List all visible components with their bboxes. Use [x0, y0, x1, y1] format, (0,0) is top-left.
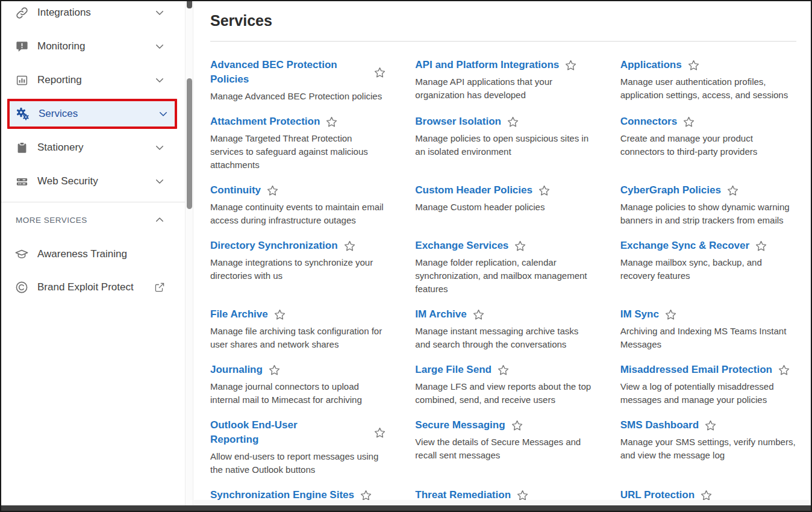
- sidebar-item-label: Integrations: [37, 7, 154, 19]
- favorite-star-icon[interactable]: [664, 308, 677, 321]
- sidebar-item-label: Awareness Training: [37, 248, 165, 260]
- sidebar-item-monitoring[interactable]: Monitoring: [1, 30, 193, 63]
- service-card-url-protection: URL ProtectionManage Targeted Threat Pro…: [620, 488, 796, 505]
- service-link-outlook-end-user-reporting[interactable]: Outlook End-User Reporting: [210, 418, 322, 447]
- favorite-star-icon[interactable]: [472, 308, 485, 321]
- chevron-down-icon[interactable]: [154, 7, 165, 18]
- service-link-url-protection[interactable]: URL Protection: [620, 488, 695, 502]
- service-link-custom-header-policies[interactable]: Custom Header Policies: [415, 183, 532, 198]
- favorite-star-icon[interactable]: [704, 419, 717, 432]
- service-link-sms-dashboard[interactable]: SMS Dashboard: [620, 418, 699, 432]
- sidebar-nav: IntegrationsMonitoringReportingServicesS…: [1, 1, 193, 505]
- service-card-im-sync: IM SyncArchiving and Indexing MS Teams I…: [620, 307, 796, 351]
- service-link-applications[interactable]: Applications: [620, 58, 682, 72]
- service-title-row: Synchronization Engine Sites: [210, 488, 386, 502]
- chevron-down-icon[interactable]: [154, 176, 165, 187]
- service-description: Manage LFS and view reports about the to…: [415, 380, 591, 407]
- sidebar-scrollbar[interactable]: [185, 1, 193, 505]
- service-description: Allow end-users to report messages using…: [210, 450, 386, 476]
- service-link-browser-isolation[interactable]: Browser Isolation: [415, 114, 501, 129]
- sidebar-item-stationery[interactable]: Stationery: [1, 131, 193, 164]
- service-title-row: File Archive: [210, 307, 386, 322]
- service-link-file-archive[interactable]: File Archive: [210, 307, 268, 322]
- service-description: Manage your SMS settings, verify numbers…: [620, 436, 796, 462]
- more-services-toggle[interactable]: MORE SERVICES: [1, 202, 193, 237]
- service-link-im-archive[interactable]: IM Archive: [415, 307, 466, 322]
- service-link-advanced-bec-protection-policies[interactable]: Advanced BEC Protection Policies: [210, 58, 352, 87]
- favorite-star-icon[interactable]: [373, 66, 386, 79]
- service-card-applications: ApplicationsManage user authentication p…: [620, 58, 796, 103]
- service-link-attachment-protection[interactable]: Attachment Protection: [210, 114, 320, 129]
- chevron-down-icon[interactable]: [158, 108, 169, 119]
- chevron-down-icon[interactable]: [154, 75, 165, 86]
- service-title-row: Connectors: [620, 114, 796, 129]
- sidebar-item-reporting[interactable]: Reporting: [1, 63, 193, 97]
- favorite-star-icon[interactable]: [514, 240, 526, 252]
- sidebar-item-web-security[interactable]: Web Security: [1, 164, 193, 198]
- favorite-star-icon[interactable]: [700, 489, 713, 502]
- service-description: Archiving and Indexing MS Teams Instant …: [620, 325, 796, 351]
- service-description: View a log of potentially misaddressed m…: [620, 380, 796, 407]
- favorite-star-icon[interactable]: [516, 489, 529, 502]
- service-card-sms-dashboard: SMS DashboardManage your SMS settings, v…: [620, 418, 796, 476]
- service-description: Manage continuity events to maintain ema…: [210, 201, 386, 227]
- service-card-advanced-bec-protection-policies: Advanced BEC Protection PoliciesManage A…: [210, 58, 386, 103]
- external-link-icon: [154, 282, 165, 293]
- service-card-exchange-sync-recover: Exchange Sync & RecoverManage mailbox sy…: [620, 239, 796, 296]
- favorite-star-icon[interactable]: [726, 184, 739, 197]
- service-link-im-sync[interactable]: IM Sync: [620, 307, 659, 322]
- service-link-threat-remediation[interactable]: Threat Remediation: [415, 488, 511, 502]
- sidebar-item-services[interactable]: Services: [10, 101, 175, 126]
- favorite-star-icon[interactable]: [564, 59, 577, 72]
- service-card-directory-synchronization: Directory SynchronizationManage integrat…: [210, 239, 386, 296]
- service-card-im-archive: IM ArchiveManage instant messaging archi…: [415, 307, 591, 351]
- scrollbar-thumb[interactable]: [187, 78, 192, 209]
- favorite-star-icon[interactable]: [507, 116, 519, 128]
- service-card-api-and-platform-integrations: API and Platform IntegrationsManage API …: [415, 58, 591, 103]
- favorite-star-icon[interactable]: [273, 308, 286, 321]
- service-description: Manage instant messaging archive tasks a…: [415, 325, 591, 351]
- service-description: Manage policies to open suspicious sites…: [415, 132, 591, 158]
- service-title-row: Advanced BEC Protection Policies: [210, 58, 386, 87]
- favorite-star-icon[interactable]: [360, 489, 372, 502]
- chevron-up-icon[interactable]: [154, 214, 165, 225]
- service-description: View the details of Secure Messages and …: [415, 436, 591, 462]
- service-link-exchange-services[interactable]: Exchange Services: [415, 239, 508, 253]
- service-link-directory-synchronization[interactable]: Directory Synchronization: [210, 239, 338, 253]
- service-link-synchronization-engine-sites[interactable]: Synchronization Engine Sites: [210, 488, 354, 502]
- chevron-down-icon[interactable]: [154, 41, 165, 52]
- sidebar-item-brand-exploit-protect[interactable]: Brand Exploit Protect: [1, 270, 193, 304]
- service-link-misaddressed-email-protection[interactable]: Misaddressed Email Protection: [620, 363, 772, 377]
- favorite-star-icon[interactable]: [778, 364, 790, 376]
- service-link-connectors[interactable]: Connectors: [620, 114, 677, 129]
- sidebar-item-awareness-training[interactable]: Awareness Training: [1, 237, 193, 270]
- favorite-star-icon[interactable]: [682, 116, 695, 128]
- service-link-continuity[interactable]: Continuity: [210, 183, 261, 198]
- admin-console-window: IntegrationsMonitoringReportingServicesS…: [0, 0, 812, 512]
- service-title-row: Secure Messaging: [415, 418, 591, 432]
- service-link-exchange-sync-recover[interactable]: Exchange Sync & Recover: [620, 239, 749, 253]
- favorite-star-icon[interactable]: [755, 240, 767, 252]
- service-card-cybergraph-policies: CyberGraph PoliciesManage policies to sh…: [620, 183, 796, 227]
- favorite-star-icon[interactable]: [511, 419, 523, 432]
- more-services-list: Awareness TrainingBrand Exploit Protect: [1, 237, 193, 304]
- service-link-api-and-platform-integrations[interactable]: API and Platform Integrations: [415, 58, 559, 72]
- service-link-journaling[interactable]: Journaling: [210, 363, 263, 377]
- service-link-cybergraph-policies[interactable]: CyberGraph Policies: [620, 183, 721, 198]
- favorite-star-icon[interactable]: [343, 240, 356, 252]
- service-link-secure-messaging[interactable]: Secure Messaging: [415, 418, 505, 432]
- favorite-star-icon[interactable]: [538, 184, 551, 197]
- sidebar-item-label: Monitoring: [37, 40, 154, 52]
- service-title-row: Directory Synchronization: [210, 239, 386, 253]
- favorite-star-icon[interactable]: [497, 364, 510, 376]
- chevron-down-icon[interactable]: [154, 142, 165, 153]
- service-description: Manage policies to show dynamic warning …: [620, 201, 796, 227]
- favorite-star-icon[interactable]: [268, 364, 281, 376]
- service-description: Manage folder replication, calendar sync…: [415, 256, 591, 296]
- service-link-large-file-send[interactable]: Large File Send: [415, 363, 492, 377]
- favorite-star-icon[interactable]: [266, 184, 279, 197]
- favorite-star-icon[interactable]: [373, 426, 386, 439]
- favorite-star-icon[interactable]: [687, 59, 700, 72]
- favorite-star-icon[interactable]: [325, 116, 338, 128]
- sidebar-item-integrations[interactable]: Integrations: [1, 1, 193, 30]
